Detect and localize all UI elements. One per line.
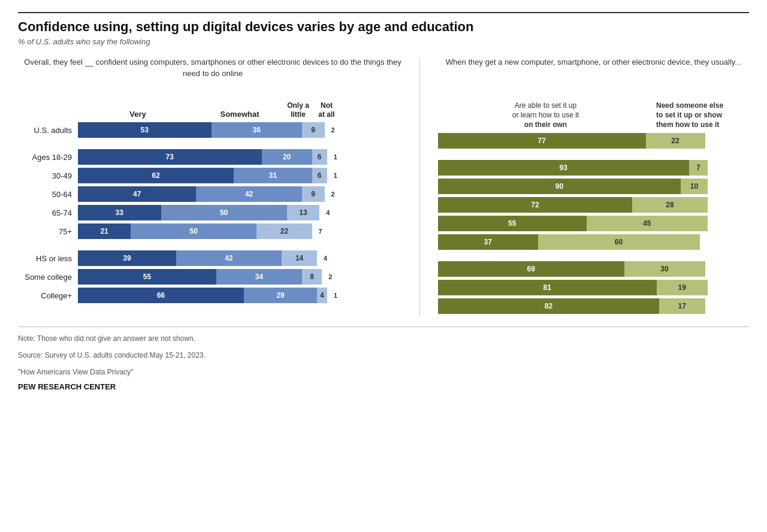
right-bars-wrapper: 7722 — [438, 133, 749, 149]
bar-not-at-all: 4 — [319, 205, 336, 220]
bar-label: College+ — [18, 291, 78, 300]
bar-not-at-all: 1 — [327, 288, 344, 303]
bar-self: 90 — [438, 179, 681, 194]
bar-very: 62 — [78, 168, 234, 183]
left-bar-row: Ages 18-29732061 — [18, 149, 407, 165]
footnote3: "How Americans View Data Privacy" — [18, 367, 749, 377]
bar-other: 10 — [681, 179, 708, 194]
right-panel-header: When they get a new computer, smartphone… — [438, 57, 749, 93]
right-bars-wrapper: 6930 — [438, 261, 749, 277]
right-col-headers: Are able to set it upor learn how to use… — [438, 101, 749, 129]
bar-self: 93 — [438, 160, 689, 176]
bar-self: 37 — [438, 234, 538, 250]
right-bars-wrapper: 5545 — [438, 216, 749, 231]
bar-very: 66 — [78, 288, 244, 303]
right-bar-row: 8217 — [438, 298, 749, 314]
bar-self: 82 — [438, 298, 659, 314]
bar-somewhat: 42 — [176, 250, 282, 266]
bar-very: 73 — [78, 149, 262, 165]
left-bar-row: Some college553482 — [18, 269, 407, 285]
left-panel: Overall, they feel __ confident using co… — [18, 57, 420, 317]
left-rows: U.S. adults533692Ages 18-2973206130-4962… — [18, 122, 407, 303]
bar-very: 39 — [78, 250, 176, 266]
bar-not-at-all: 1 — [327, 168, 344, 183]
bar-somewhat: 42 — [196, 186, 301, 202]
bar-self: 72 — [438, 197, 632, 213]
bar-very: 33 — [78, 205, 161, 220]
bar-self: 69 — [438, 261, 624, 277]
bars-wrapper: 662941 — [78, 288, 407, 303]
bar-self: 77 — [438, 133, 646, 149]
right-bars-wrapper: 9010 — [438, 179, 749, 194]
footnote2: Source: Survey of U.S. adults conducted … — [18, 350, 749, 361]
bar-only-little: 6 — [312, 168, 327, 183]
bar-not-at-all: 1 — [327, 149, 344, 165]
bars-wrapper: 2150227 — [78, 223, 407, 239]
right-bars-wrapper: 8217 — [438, 298, 749, 314]
subtitle: % of U.S. adults who say the following — [18, 37, 749, 46]
right-bar-row: 7722 — [438, 133, 749, 149]
left-bar-row: 50-64474292 — [18, 186, 407, 202]
bar-other: 45 — [587, 216, 708, 231]
bar-other: 19 — [657, 280, 708, 295]
bar-self: 55 — [438, 216, 587, 231]
bar-not-at-all: 2 — [322, 269, 339, 285]
bar-very: 21 — [78, 223, 131, 239]
bars-wrapper: 3350134 — [78, 205, 407, 220]
left-bar-row: 75+2150227 — [18, 223, 407, 239]
right-col-left: Are able to set it upor learn how to use… — [438, 101, 653, 129]
left-panel-header: Overall, they feel __ confident using co… — [18, 57, 407, 93]
right-bar-row: 3760 — [438, 234, 749, 250]
bars-wrapper: 732061 — [78, 149, 407, 165]
bars-wrapper: 3942144 — [78, 250, 407, 266]
bar-not-at-all: 2 — [325, 122, 342, 138]
right-bar-row: 7228 — [438, 197, 749, 213]
bar-somewhat: 29 — [244, 288, 317, 303]
bar-other: 7 — [689, 160, 708, 176]
right-bar-row: 937 — [438, 160, 749, 176]
bars-wrapper: 623161 — [78, 168, 407, 183]
right-bar-row: 6930 — [438, 261, 749, 277]
bar-label: 30-49 — [18, 171, 78, 180]
bar-only-little: 22 — [256, 223, 312, 239]
bar-very: 55 — [78, 269, 216, 285]
col-somewhat: Somewhat — [198, 110, 282, 119]
bar-only-little: 8 — [302, 269, 322, 285]
bar-somewhat: 36 — [212, 122, 302, 138]
bar-only-little: 9 — [302, 186, 325, 202]
left-bar-row: HS or less3942144 — [18, 250, 407, 266]
bar-other: 60 — [538, 234, 700, 250]
right-bar-row: 9010 — [438, 179, 749, 194]
bar-only-little: 14 — [282, 250, 317, 266]
bar-not-at-all: 4 — [317, 250, 334, 266]
col-not-at-all: Notat all — [315, 101, 339, 119]
bar-label: HS or less — [18, 254, 78, 263]
right-bars-wrapper: 7228 — [438, 197, 749, 213]
bar-not-at-all: 2 — [325, 186, 342, 202]
bars-wrapper: 533692 — [78, 122, 407, 138]
left-bar-row: 30-49623161 — [18, 168, 407, 183]
right-bars-wrapper: 3760 — [438, 234, 749, 250]
right-rows: 77229379010722855453760693081198217 — [438, 133, 749, 314]
main-title: Confidence using, setting up digital dev… — [18, 19, 749, 35]
bar-somewhat: 31 — [234, 168, 312, 183]
bar-somewhat: 20 — [262, 149, 312, 165]
right-panel: When they get a new computer, smartphone… — [420, 57, 749, 317]
source-label: PEW RESEARCH CENTER — [18, 382, 749, 391]
col-only-little: Only alittle — [282, 101, 315, 119]
bar-other: 17 — [659, 298, 705, 314]
bar-somewhat: 34 — [216, 269, 302, 285]
bars-wrapper: 474292 — [78, 186, 407, 202]
bar-only-little: 9 — [302, 122, 325, 138]
right-bar-row: 5545 — [438, 216, 749, 231]
bar-only-little: 6 — [312, 149, 327, 165]
bar-label: 75+ — [18, 227, 78, 236]
left-bar-row: College+662941 — [18, 288, 407, 303]
col-very: Very — [78, 110, 198, 119]
right-bars-wrapper: 8119 — [438, 280, 749, 295]
bar-label: 50-64 — [18, 190, 78, 199]
left-bar-row: 65-743350134 — [18, 205, 407, 220]
bars-wrapper: 553482 — [78, 269, 407, 285]
bar-other: 28 — [632, 197, 708, 213]
bar-other: 30 — [624, 261, 705, 277]
